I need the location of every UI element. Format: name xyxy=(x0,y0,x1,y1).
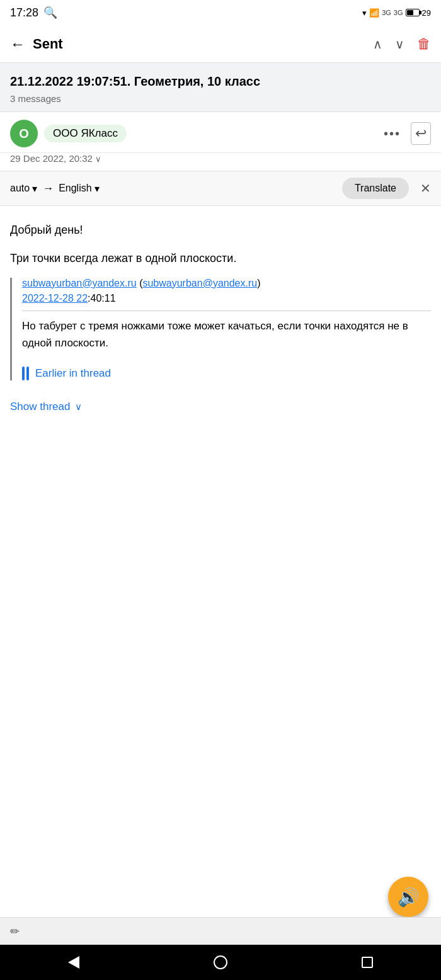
sender-row: О ООО ЯКласс ••• ↩ xyxy=(0,112,441,153)
search-icon: 🔍 xyxy=(43,6,57,20)
email-greeting: Добрый день! xyxy=(10,221,431,239)
quoted-date-line: 2022-12-28 22:40:11 xyxy=(22,293,431,304)
email-main-text: Три точки всегда лежат в одной плоскости… xyxy=(10,249,431,268)
email-body: Добрый день! Три точки всегда лежат в од… xyxy=(0,206,441,390)
status-time: 17:28 xyxy=(10,6,38,20)
audio-fab-button[interactable]: 🔊 xyxy=(388,877,428,917)
earlier-bar-2 xyxy=(26,367,29,380)
speaker-icon: 🔊 xyxy=(398,887,420,908)
status-bar: 17:28 🔍 ▾ 📶 3G 3G 29 xyxy=(0,0,441,25)
email-header-section: 21.12.2022 19:07:51. Геометрия, 10 класс… xyxy=(0,63,441,112)
reply-button[interactable]: ↩ xyxy=(411,122,431,145)
back-triangle-icon xyxy=(68,956,79,969)
status-icons: ▾ 📶 3G 3G 29 xyxy=(362,8,431,18)
source-lang-chevron: ▾ xyxy=(32,183,37,195)
show-thread-label: Show thread xyxy=(10,401,70,413)
signal-icon: 📶 xyxy=(369,8,379,18)
email-message-count: 3 messages xyxy=(10,93,431,104)
quoted-date-rest: :40:11 xyxy=(88,293,115,304)
email-subject: 21.12.2022 19:07:51. Геометрия, 10 класс xyxy=(10,73,431,89)
battery-level: 29 xyxy=(422,8,431,18)
quoted-date-link[interactable]: 2022-12-28 22 xyxy=(22,293,88,304)
android-recents-button[interactable] xyxy=(357,952,377,972)
home-circle-icon xyxy=(214,955,227,969)
translate-arrow-icon: → xyxy=(42,182,54,195)
source-language-selector[interactable]: auto ▾ xyxy=(10,183,37,195)
source-lang-label: auto xyxy=(10,183,30,194)
wifi-icon: ▾ xyxy=(362,8,367,18)
compose-edit-icon: ✏ xyxy=(10,925,20,938)
show-thread-chevron-icon: ∨ xyxy=(75,401,82,413)
toolbar-title: Sent xyxy=(33,36,373,52)
sender-actions: ••• ↩ xyxy=(384,122,431,145)
target-lang-chevron: ▾ xyxy=(94,183,100,195)
show-thread-row[interactable]: Show thread ∨ xyxy=(0,390,441,426)
quoted-divider xyxy=(22,311,431,311)
quoted-block: subwayurban@yandex.ru (subwayurban@yande… xyxy=(10,278,431,380)
nav-down-button[interactable]: ∨ xyxy=(395,37,404,52)
battery-icon xyxy=(406,9,420,16)
earlier-bar-1 xyxy=(22,367,25,380)
back-button[interactable]: ← xyxy=(10,35,25,53)
translate-bar: auto ▾ → English ▾ Translate ✕ xyxy=(0,171,441,206)
toolbar-actions: ∧ ∨ 🗑 xyxy=(373,36,431,52)
quoted-body-text: Но табурет с тремя ножками тоже может ка… xyxy=(22,317,431,351)
android-back-button[interactable] xyxy=(64,952,84,972)
translate-button[interactable]: Translate xyxy=(342,178,409,199)
quoted-email-line: subwayurban@yandex.ru (subwayurban@yande… xyxy=(22,278,431,289)
nav-up-button[interactable]: ∧ xyxy=(373,37,382,52)
sender-date-row: 29 Dec 2022, 20:32 ∨ xyxy=(0,153,441,171)
earlier-bars-icon xyxy=(22,367,29,380)
toolbar: ← Sent ∧ ∨ 🗑 xyxy=(0,25,441,63)
earlier-in-thread-button[interactable]: Earlier in thread xyxy=(22,367,431,380)
android-home-button[interactable] xyxy=(210,952,231,972)
sender-name-chip[interactable]: ООО ЯКласс xyxy=(44,125,127,142)
signal-3g-icon: 3G xyxy=(382,9,391,16)
more-options-button[interactable]: ••• xyxy=(384,127,401,141)
battery-fill xyxy=(407,10,414,15)
recents-square-icon xyxy=(362,957,373,968)
earlier-in-thread-label: Earlier in thread xyxy=(35,367,111,380)
avatar: О xyxy=(10,120,38,147)
delete-button[interactable]: 🗑 xyxy=(417,36,431,52)
signal-3g2-icon: 3G xyxy=(394,9,403,16)
target-language-selector[interactable]: English ▾ xyxy=(59,183,99,195)
sender-date: 29 Dec 2022, 20:32 xyxy=(10,153,93,164)
compose-bar: ✏ xyxy=(0,917,441,945)
target-lang-label: English xyxy=(59,183,91,194)
quoted-email-link[interactable]: subwayurban@yandex.ru xyxy=(22,278,137,288)
android-nav-bar xyxy=(0,945,441,980)
date-expand-chevron[interactable]: ∨ xyxy=(95,154,101,164)
close-translate-button[interactable]: ✕ xyxy=(420,181,431,196)
quoted-email-paren-link[interactable]: subwayurban@yandex.ru xyxy=(142,278,257,288)
